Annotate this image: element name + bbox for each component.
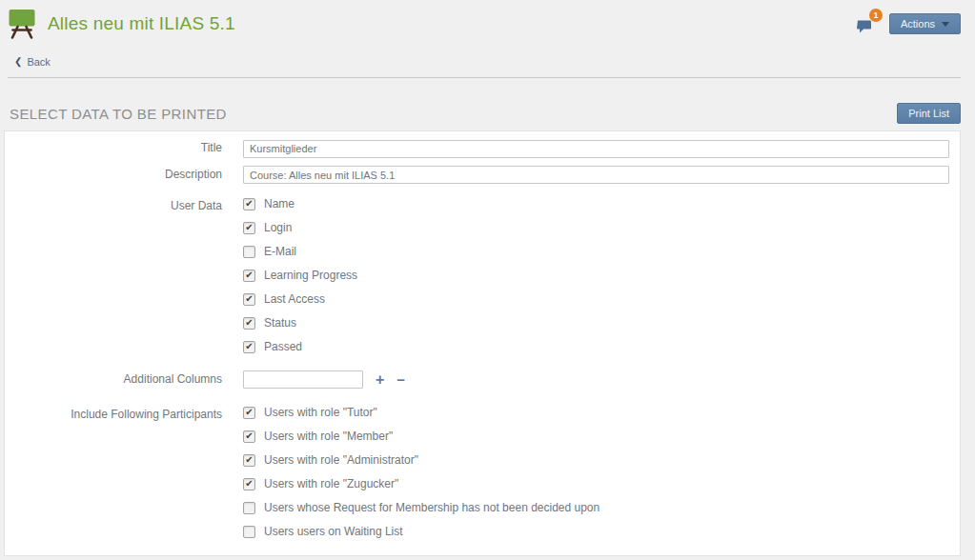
checkbox-row-name: Name [243, 197, 949, 210]
additional-columns-label: Additional Columns [5, 370, 243, 389]
checkbox-row-email: E-Mail [243, 245, 949, 258]
description-input[interactable] [243, 166, 949, 184]
description-label: Description [5, 166, 243, 185]
title-input[interactable] [243, 140, 949, 158]
checkbox-label: Learning Progress [264, 269, 357, 282]
section-title: SELECT DATA TO BE PRINTED [8, 106, 227, 122]
notification-comment-icon[interactable]: 1 [857, 14, 876, 33]
notification-badge: 1 [869, 9, 883, 22]
course-blackboard-icon [8, 9, 36, 39]
checkbox-row-status: Status [243, 316, 949, 330]
participants-label: Include Following Participants [5, 406, 243, 538]
checkbox-row-role-member: Users with role "Member" [243, 430, 949, 443]
checkbox-row-waiting-list: Users users on Waiting List [243, 525, 949, 538]
checkbox-role-zugucker[interactable] [243, 478, 255, 490]
print-form-panel: Title Description User Data Name Login [4, 130, 961, 556]
checkbox-row-passed: Passed [243, 340, 949, 353]
checkbox-row-last-access: Last Access [243, 292, 949, 306]
actions-button[interactable]: Actions [889, 13, 961, 34]
page: Alles neu mit ILIAS 5.1 1 Actions ❮ Back… [0, 0, 975, 556]
user-data-group: User Data Name Login E-Mail Learning Pro… [5, 197, 960, 353]
checkbox-label: Users with role "Zugucker" [264, 477, 398, 490]
checkbox-row-role-zugucker: Users with role "Zugucker" [243, 477, 949, 490]
title-row: Title [5, 139, 960, 158]
participants-group: Include Following Participants Users wit… [5, 406, 960, 538]
checkbox-label: Passed [264, 340, 302, 353]
checkbox-label: Users whose Request for Membership has n… [264, 501, 599, 514]
checkbox-learning-progress[interactable] [243, 270, 255, 282]
checkbox-name[interactable] [243, 198, 255, 210]
footer: Print List [0, 556, 975, 560]
checkbox-label: Name [264, 197, 295, 210]
checkbox-label: Users with role "Administrator" [264, 453, 418, 467]
checkbox-role-tutor[interactable] [243, 407, 255, 419]
checkbox-label: Users with role "Member" [264, 430, 393, 443]
checkbox-label: Status [264, 316, 296, 330]
back-chevron-icon: ❮ [14, 56, 22, 67]
additional-columns-input[interactable] [243, 370, 363, 389]
plus-icon[interactable]: + [376, 372, 384, 388]
checkbox-login[interactable] [243, 222, 255, 234]
header-actions: 1 Actions [857, 13, 961, 34]
checkbox-status[interactable] [243, 317, 255, 330]
checkbox-role-member[interactable] [243, 430, 255, 443]
checkbox-email[interactable] [243, 246, 255, 258]
print-list-button-top[interactable]: Print List [897, 103, 961, 124]
checkbox-label: Last Access [264, 292, 325, 306]
checkbox-label: Users users on Waiting List [264, 525, 403, 538]
checkbox-row-membership-request: Users whose Request for Membership has n… [243, 501, 949, 514]
title-label: Title [5, 139, 243, 158]
checkbox-row-role-tutor: Users with role "Tutor" [243, 406, 949, 419]
checkbox-role-administrator[interactable] [243, 454, 255, 467]
section-head: SELECT DATA TO BE PRINTED Print List [8, 103, 961, 124]
actions-button-label: Actions [901, 18, 935, 30]
back-label: Back [27, 56, 50, 68]
page-title: Alles neu mit ILIAS 5.1 [48, 13, 235, 34]
comment-icon [857, 19, 873, 33]
caret-down-icon [942, 22, 949, 27]
checkbox-membership-request[interactable] [243, 502, 255, 514]
additional-columns-row: Additional Columns + − [5, 370, 960, 389]
user-data-label: User Data [5, 197, 243, 353]
minus-icon[interactable]: − [396, 372, 405, 387]
checkbox-label: Users with role "Tutor" [264, 406, 377, 419]
toolbar: ❮ Back [8, 44, 961, 78]
header: Alles neu mit ILIAS 5.1 1 Actions [8, 0, 961, 44]
checkbox-passed[interactable] [243, 341, 255, 353]
checkbox-label: Login [264, 221, 292, 234]
checkbox-row-learning-progress: Learning Progress [243, 269, 949, 282]
checkbox-last-access[interactable] [243, 293, 255, 306]
checkbox-row-role-administrator: Users with role "Administrator" [243, 453, 949, 467]
description-row: Description [5, 166, 960, 185]
checkbox-label: E-Mail [264, 245, 296, 258]
checkbox-row-login: Login [243, 221, 949, 234]
checkbox-waiting-list[interactable] [243, 526, 255, 538]
back-button[interactable]: ❮ Back [8, 56, 51, 68]
